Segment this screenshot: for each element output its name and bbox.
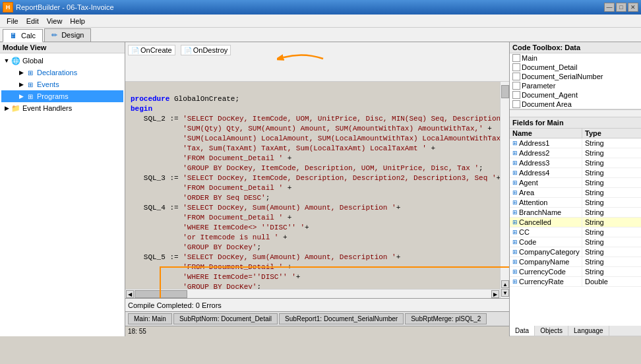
expand-declarations: ▶ [17, 69, 25, 76]
menu-file[interactable]: File [3, 16, 22, 26]
bottom-tab-subreport1[interactable]: SubReport1: Document_SerialNumber [279, 313, 404, 324]
menu-edit[interactable]: Edit [22, 16, 43, 26]
editor-area: procedure GlobalOnCreate; begin SQL_2 :=… [125, 82, 509, 298]
scrollbar-h[interactable]: ◀ ▶ [125, 289, 500, 298]
field-name-currencyrate: ⊞ CurrencyRate [510, 277, 582, 286]
cursor-coords: 18: 55 [128, 328, 146, 335]
field-grid-icon: ⊞ [512, 209, 518, 216]
toolbox-main-label: Main [522, 54, 537, 62]
fields-table: Name Type ⊞ Address1 String ⊞ Address2 S… [510, 129, 641, 326]
field-type-currencycode: String [582, 267, 641, 276]
oncreate-icon: 📄 [131, 47, 139, 54]
scroll-down[interactable]: ▼ [501, 289, 509, 297]
ondestroy-icon: 📄 [184, 47, 192, 54]
tree-programs-label: Programs [37, 92, 69, 100]
menu-view[interactable]: View [43, 16, 67, 26]
field-grid-icon: ⊞ [512, 140, 518, 146]
toolbox-main-icon [512, 54, 520, 62]
tab-calc[interactable]: 🖩 Calc [3, 29, 43, 42]
compile-status: Compile Completed: 0 Errors [128, 301, 222, 309]
event-ondestroy[interactable]: 📄 OnDestroy [181, 45, 231, 55]
field-name-address2: ⊞ Address2 [510, 148, 582, 158]
toolbox-scrollbar[interactable] [510, 109, 641, 117]
panel-tab-data[interactable]: Data [510, 326, 535, 336]
tree-item-global[interactable]: ▼ 🌐 Global [1, 55, 123, 67]
close-button[interactable]: ✕ [628, 3, 638, 12]
field-name-address4: ⊞ Address4 [510, 168, 582, 177]
toolbox-list: Main Document_Detail Document_SerialNumb… [510, 53, 641, 109]
toolbox-item-main[interactable]: Main [510, 53, 641, 63]
oncreate-label: OnCreate [140, 46, 172, 54]
panel-tab-objects[interactable]: Objects [535, 326, 568, 336]
module-view-header: Module View [0, 42, 125, 53]
status-bar: Compile Completed: 0 Errors [125, 298, 509, 311]
field-row-address2[interactable]: ⊞ Address2 String [510, 148, 641, 158]
field-type-agent: String [582, 178, 641, 187]
bottom-tab-subrptnorm[interactable]: SubRptNorm: Document_Detail [173, 313, 278, 324]
field-name-address3: ⊞ Address3 [510, 158, 582, 167]
title-bar-title: ReportBuilder - 06-Tax-Invoice [16, 3, 114, 11]
toolbox-item-document-area[interactable]: Document Area [510, 100, 641, 109]
tree-global-label: Global [22, 57, 44, 65]
tree-item-events[interactable]: ▶ ⊞ Events [1, 78, 123, 90]
menu-help[interactable]: Help [66, 16, 89, 26]
toolbox-header: Code Toolbox: Data [510, 42, 641, 53]
toolbox-item-document-detail[interactable]: Document_Detail [510, 63, 641, 72]
field-row-currencyrate[interactable]: ⊞ CurrencyRate Double [510, 277, 641, 287]
field-row-cc[interactable]: ⊞ CC String [510, 228, 641, 237]
event-handlers-icon: 📁 [11, 103, 21, 113]
field-row-address4[interactable]: ⊞ Address4 String [510, 168, 641, 178]
field-row-companyname[interactable]: ⊞ CompanyName String [510, 257, 641, 267]
scroll-left[interactable]: ◀ [126, 290, 134, 298]
field-row-branchname[interactable]: ⊞ BranchName String [510, 208, 641, 218]
toolbox-item-document-agent[interactable]: Document_Agent [510, 90, 641, 100]
tree-item-declarations[interactable]: ▶ ⊞ Declarations [1, 67, 123, 78]
scrollbar-thumb[interactable] [501, 85, 509, 98]
maximize-button[interactable]: □ [616, 3, 626, 12]
field-row-currencycode[interactable]: ⊞ CurrencyCode String [510, 267, 641, 277]
oncreate-arrow [277, 46, 330, 72]
middle-panel: 📄 OnCreate 📄 OnDestroy procedure G [125, 42, 509, 336]
field-type-address1: String [582, 138, 641, 148]
left-panel: Module View ▼ 🌐 Global ▶ ⊞ Declarations … [0, 42, 125, 336]
cursor-position: 18: 55 [125, 326, 509, 336]
minimize-button[interactable]: — [604, 3, 615, 12]
bottom-tab-main[interactable]: Main: Main [128, 313, 172, 324]
field-row-companycategory[interactable]: ⊞ CompanyCategory String [510, 247, 641, 257]
field-row-attention[interactable]: ⊞ Attention String [510, 198, 641, 208]
field-type-cancelled: String [582, 218, 641, 227]
expand-programs: ▶ [17, 93, 25, 100]
scrollbar-h-thumb[interactable] [135, 290, 187, 298]
field-row-address1[interactable]: ⊞ Address1 String [510, 138, 641, 148]
bottom-tabs: Main: Main SubRptNorm: Document_Detail S… [125, 311, 509, 326]
toolbox-doc-detail-label: Document_Detail [522, 63, 577, 71]
field-name-currencycode: ⊞ CurrencyCode [510, 267, 582, 276]
field-row-area[interactable]: ⊞ Area String [510, 188, 641, 198]
menu-bar: File Edit View Help [0, 15, 641, 28]
scroll-right[interactable]: ▶ [491, 290, 499, 298]
title-bar-left: H ReportBuilder - 06-Tax-Invoice [3, 2, 114, 13]
code-wrapper[interactable]: procedure GlobalOnCreate; begin SQL_2 :=… [125, 82, 509, 298]
field-row-agent[interactable]: ⊞ Agent String [510, 178, 641, 188]
scroll-up[interactable]: ▲ [501, 280, 509, 288]
title-bar-controls[interactable]: — □ ✕ [604, 3, 638, 12]
panel-tab-language[interactable]: Language [568, 326, 609, 336]
field-row-address3[interactable]: ⊞ Address3 String [510, 158, 641, 168]
ondestroy-label: OnDestroy [193, 46, 228, 54]
field-row-code[interactable]: ⊞ Code String [510, 237, 641, 247]
panel-tabs: Data Objects Language [510, 326, 641, 336]
scrollbar-v[interactable]: ▲ ▼ [500, 82, 509, 298]
toolbox-item-document-serial[interactable]: Document_SerialNumber [510, 72, 641, 81]
right-panels: Code Toolbox: Data Main Document_Detail … [509, 42, 641, 336]
title-bar: H ReportBuilder - 06-Tax-Invoice — □ ✕ [0, 0, 641, 15]
tree-item-programs[interactable]: ▶ ⊞ Programs [1, 90, 123, 102]
expand-events: ▶ [17, 81, 25, 88]
field-grid-icon: ⊞ [512, 150, 518, 156]
tab-design[interactable]: ✏ Design [44, 28, 91, 42]
bottom-tab-subrptmerge[interactable]: SubRptMerge: plSQL_2 [405, 313, 487, 324]
toolbox-item-parameter[interactable]: Parameter [510, 81, 641, 90]
tree-item-event-handlers[interactable]: ▶ 📁 Event Handlers [1, 102, 123, 114]
field-row-cancelled[interactable]: ⊞ Cancelled String [510, 218, 641, 228]
toolbox-doc-agent-icon [512, 91, 520, 99]
event-oncreate[interactable]: 📄 OnCreate [128, 45, 175, 55]
